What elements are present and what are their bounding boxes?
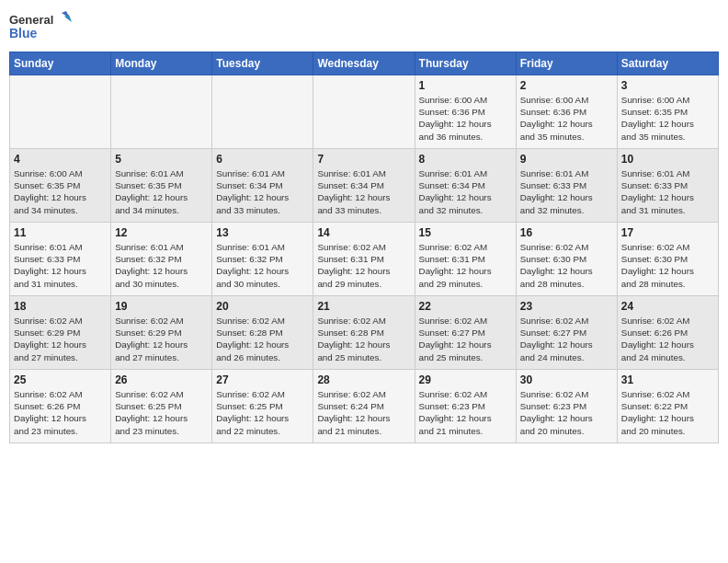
- day-info: Sunrise: 6:01 AM Sunset: 6:33 PM Dayligh…: [14, 241, 107, 290]
- calendar-week-row: 11Sunrise: 6:01 AM Sunset: 6:33 PM Dayli…: [10, 223, 719, 296]
- day-info: Sunrise: 6:02 AM Sunset: 6:31 PM Dayligh…: [317, 241, 410, 290]
- calendar-cell: 16Sunrise: 6:02 AM Sunset: 6:30 PM Dayli…: [516, 223, 617, 296]
- day-info: Sunrise: 6:02 AM Sunset: 6:28 PM Dayligh…: [317, 315, 410, 363]
- day-number: 16: [520, 226, 613, 239]
- day-number: 1: [419, 79, 512, 92]
- day-number: 21: [317, 300, 410, 313]
- day-info: Sunrise: 6:02 AM Sunset: 6:23 PM Dayligh…: [520, 388, 613, 437]
- calendar-cell: 13Sunrise: 6:01 AM Sunset: 6:32 PM Dayli…: [212, 223, 313, 296]
- day-info: Sunrise: 6:00 AM Sunset: 6:35 PM Dayligh…: [14, 167, 107, 216]
- calendar-cell: 15Sunrise: 6:02 AM Sunset: 6:31 PM Dayli…: [415, 223, 516, 296]
- day-info: Sunrise: 6:01 AM Sunset: 6:34 PM Dayligh…: [317, 167, 410, 216]
- day-info: Sunrise: 6:02 AM Sunset: 6:28 PM Dayligh…: [216, 315, 309, 363]
- calendar-cell: [313, 75, 415, 149]
- day-info: Sunrise: 6:02 AM Sunset: 6:25 PM Dayligh…: [216, 388, 309, 437]
- day-number: 9: [520, 153, 613, 166]
- calendar-cell: 25Sunrise: 6:02 AM Sunset: 6:26 PM Dayli…: [10, 370, 111, 443]
- day-info: Sunrise: 6:02 AM Sunset: 6:29 PM Dayligh…: [115, 315, 208, 363]
- day-number: 28: [317, 373, 410, 386]
- calendar-cell: 26Sunrise: 6:02 AM Sunset: 6:25 PM Dayli…: [111, 370, 212, 443]
- day-number: 29: [419, 373, 512, 386]
- calendar-cell: 18Sunrise: 6:02 AM Sunset: 6:29 PM Dayli…: [10, 296, 111, 370]
- calendar-week-row: 18Sunrise: 6:02 AM Sunset: 6:29 PM Dayli…: [10, 296, 719, 370]
- calendar-cell: 17Sunrise: 6:02 AM Sunset: 6:30 PM Dayli…: [617, 223, 718, 296]
- weekday-header: Wednesday: [313, 52, 415, 75]
- calendar-cell: 6Sunrise: 6:01 AM Sunset: 6:34 PM Daylig…: [212, 149, 313, 223]
- weekday-header: Monday: [111, 52, 212, 75]
- day-info: Sunrise: 6:00 AM Sunset: 6:36 PM Dayligh…: [419, 94, 512, 143]
- day-number: 15: [419, 226, 512, 239]
- day-info: Sunrise: 6:02 AM Sunset: 6:31 PM Dayligh…: [419, 241, 512, 290]
- calendar-cell: [10, 75, 111, 149]
- day-info: Sunrise: 6:02 AM Sunset: 6:24 PM Dayligh…: [317, 388, 410, 437]
- day-number: 23: [520, 300, 613, 313]
- calendar-cell: [111, 75, 212, 149]
- day-number: 26: [115, 373, 208, 386]
- calendar-cell: 31Sunrise: 6:02 AM Sunset: 6:22 PM Dayli…: [617, 370, 718, 443]
- day-info: Sunrise: 6:02 AM Sunset: 6:26 PM Dayligh…: [621, 315, 714, 363]
- day-info: Sunrise: 6:02 AM Sunset: 6:23 PM Dayligh…: [419, 388, 512, 437]
- day-number: 31: [621, 373, 714, 386]
- calendar-cell: 4Sunrise: 6:00 AM Sunset: 6:35 PM Daylig…: [10, 149, 111, 223]
- day-info: Sunrise: 6:01 AM Sunset: 6:34 PM Dayligh…: [419, 167, 512, 216]
- day-number: 27: [216, 373, 309, 386]
- calendar-cell: 9Sunrise: 6:01 AM Sunset: 6:33 PM Daylig…: [516, 149, 617, 223]
- day-info: Sunrise: 6:01 AM Sunset: 6:33 PM Dayligh…: [621, 167, 714, 216]
- calendar-cell: 5Sunrise: 6:01 AM Sunset: 6:35 PM Daylig…: [111, 149, 212, 223]
- day-number: 7: [317, 153, 410, 166]
- day-number: 10: [621, 153, 714, 166]
- day-info: Sunrise: 6:01 AM Sunset: 6:35 PM Dayligh…: [115, 167, 208, 216]
- calendar-cell: 3Sunrise: 6:00 AM Sunset: 6:35 PM Daylig…: [617, 75, 718, 149]
- svg-text:Blue: Blue: [9, 26, 38, 40]
- day-number: 11: [14, 226, 107, 239]
- day-number: 13: [216, 226, 309, 239]
- day-number: 4: [14, 153, 107, 166]
- day-number: 20: [216, 300, 309, 313]
- logo: General Blue: [9, 9, 74, 46]
- day-number: 3: [621, 79, 714, 92]
- calendar-cell: 19Sunrise: 6:02 AM Sunset: 6:29 PM Dayli…: [111, 296, 212, 370]
- calendar-cell: 27Sunrise: 6:02 AM Sunset: 6:25 PM Dayli…: [212, 370, 313, 443]
- calendar-table: SundayMondayTuesdayWednesdayThursdayFrid…: [9, 52, 719, 443]
- day-info: Sunrise: 6:01 AM Sunset: 6:32 PM Dayligh…: [216, 241, 309, 290]
- calendar-cell: 1Sunrise: 6:00 AM Sunset: 6:36 PM Daylig…: [415, 75, 516, 149]
- day-info: Sunrise: 6:02 AM Sunset: 6:26 PM Dayligh…: [14, 388, 107, 437]
- day-number: 5: [115, 153, 208, 166]
- calendar-cell: [212, 75, 313, 149]
- svg-text:General: General: [9, 13, 53, 27]
- day-number: 18: [14, 300, 107, 313]
- day-info: Sunrise: 6:02 AM Sunset: 6:27 PM Dayligh…: [520, 315, 613, 363]
- day-info: Sunrise: 6:01 AM Sunset: 6:34 PM Dayligh…: [216, 167, 309, 216]
- day-number: 25: [14, 373, 107, 386]
- calendar-week-row: 25Sunrise: 6:02 AM Sunset: 6:26 PM Dayli…: [10, 370, 719, 443]
- calendar-cell: 24Sunrise: 6:02 AM Sunset: 6:26 PM Dayli…: [617, 296, 718, 370]
- day-number: 22: [419, 300, 512, 313]
- weekday-header: Friday: [516, 52, 617, 75]
- day-number: 19: [115, 300, 208, 313]
- day-info: Sunrise: 6:02 AM Sunset: 6:25 PM Dayligh…: [115, 388, 208, 437]
- weekday-header-row: SundayMondayTuesdayWednesdayThursdayFrid…: [10, 52, 719, 75]
- calendar-cell: 8Sunrise: 6:01 AM Sunset: 6:34 PM Daylig…: [415, 149, 516, 223]
- calendar-cell: 30Sunrise: 6:02 AM Sunset: 6:23 PM Dayli…: [516, 370, 617, 443]
- weekday-header: Thursday: [415, 52, 516, 75]
- day-info: Sunrise: 6:02 AM Sunset: 6:29 PM Dayligh…: [14, 315, 107, 363]
- day-number: 8: [419, 153, 512, 166]
- logo-svg: General Blue: [9, 9, 74, 46]
- calendar-cell: 29Sunrise: 6:02 AM Sunset: 6:23 PM Dayli…: [415, 370, 516, 443]
- day-number: 24: [621, 300, 714, 313]
- weekday-header: Sunday: [10, 52, 111, 75]
- day-info: Sunrise: 6:00 AM Sunset: 6:35 PM Dayligh…: [621, 94, 714, 143]
- calendar-cell: 28Sunrise: 6:02 AM Sunset: 6:24 PM Dayli…: [313, 370, 415, 443]
- calendar-cell: 21Sunrise: 6:02 AM Sunset: 6:28 PM Dayli…: [313, 296, 415, 370]
- calendar-cell: 14Sunrise: 6:02 AM Sunset: 6:31 PM Dayli…: [313, 223, 415, 296]
- weekday-header: Tuesday: [212, 52, 313, 75]
- day-info: Sunrise: 6:02 AM Sunset: 6:27 PM Dayligh…: [419, 315, 512, 363]
- day-info: Sunrise: 6:01 AM Sunset: 6:33 PM Dayligh…: [520, 167, 613, 216]
- day-number: 6: [216, 153, 309, 166]
- day-info: Sunrise: 6:00 AM Sunset: 6:36 PM Dayligh…: [520, 94, 613, 143]
- weekday-header: Saturday: [617, 52, 718, 75]
- day-number: 30: [520, 373, 613, 386]
- calendar-cell: 11Sunrise: 6:01 AM Sunset: 6:33 PM Dayli…: [10, 223, 111, 296]
- day-number: 14: [317, 226, 410, 239]
- day-info: Sunrise: 6:02 AM Sunset: 6:30 PM Dayligh…: [621, 241, 714, 290]
